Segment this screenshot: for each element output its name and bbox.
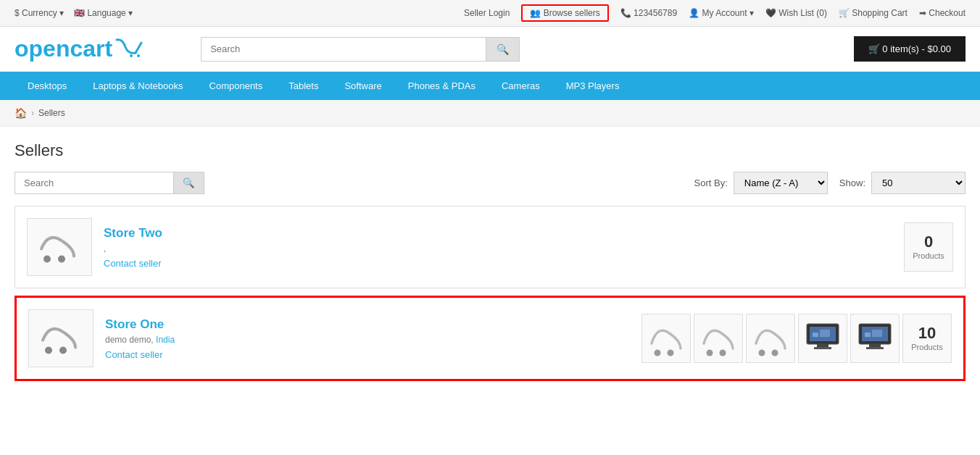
seller-products-area-store-one: 10 Products — [641, 314, 952, 363]
seller-location-link[interactable]: India — [156, 335, 175, 345]
toolbar-right: Sort By: Name (Z - A) Show: 50 — [694, 172, 966, 194]
browse-sellers-button[interactable]: 👥 Browse sellers — [521, 4, 608, 22]
nav-laptops[interactable]: Laptops & Notebooks — [80, 72, 196, 100]
top-bar: $ Currency ▾ 🇬🇧 Language ▾ Seller Login … — [0, 0, 980, 27]
nav-software[interactable]: Software — [331, 72, 394, 100]
breadcrumb-sellers: Sellers — [38, 108, 65, 118]
svg-point-9 — [707, 350, 713, 356]
sellers-search-button[interactable]: 🔍 — [174, 172, 204, 194]
currency-label: Currency — [22, 8, 57, 18]
seller-logo-store-two — [27, 218, 92, 276]
search-button[interactable]: 🔍 — [486, 37, 520, 62]
checkout-label: Checkout — [929, 8, 966, 18]
seller-meta-store-two: , — [104, 243, 892, 254]
phone-number: 📞 123456789 — [620, 8, 677, 18]
page-title: Sellers — [14, 141, 966, 160]
svg-point-2 — [137, 54, 140, 57]
nav-desktops[interactable]: Desktops — [14, 72, 80, 100]
logo-cart-icon — [115, 37, 143, 62]
svg-rect-21 — [869, 344, 881, 347]
seller-row-store-one: Store One demo demo, India Contact selle… — [14, 296, 966, 381]
seller-info-store-two: Store Two , Contact seller — [104, 226, 892, 269]
top-bar-right: Seller Login 👥 Browse sellers 📞 12345678… — [464, 4, 966, 22]
checkout-link[interactable]: ➡ Checkout — [919, 8, 966, 18]
svg-rect-22 — [866, 347, 884, 349]
header: opencart 🔍 🛒 0 item(s) - $0.00 — [0, 27, 980, 72]
currency-selector[interactable]: $ Currency ▾ — [14, 8, 64, 18]
product-thumb-1[interactable] — [641, 314, 691, 363]
products-count-store-one: 10 Products — [902, 314, 952, 363]
svg-point-12 — [772, 350, 778, 356]
contact-seller-store-two[interactable]: Contact seller — [104, 258, 161, 269]
sort-group: Sort By: Name (Z - A) — [694, 172, 828, 194]
show-group: Show: 50 — [839, 172, 966, 194]
show-select[interactable]: 50 — [871, 172, 966, 194]
product-thumb-3[interactable] — [746, 314, 795, 363]
wish-list-label: Wish List (0) — [778, 8, 827, 18]
svg-rect-24 — [872, 330, 882, 337]
product-thumb-2[interactable] — [694, 314, 743, 363]
shopping-cart-link[interactable]: 🛒 Shopping Cart — [839, 8, 908, 18]
show-label: Show: — [839, 178, 865, 188]
nav-cameras[interactable]: Cameras — [489, 72, 553, 100]
products-count-number-store-one: 10 — [918, 325, 936, 341]
nav-components[interactable]: Components — [196, 72, 276, 100]
svg-rect-23 — [865, 333, 871, 337]
search-input[interactable] — [201, 37, 486, 62]
svg-point-1 — [130, 54, 133, 57]
svg-point-5 — [45, 347, 52, 354]
browse-sellers-label: Browse sellers — [544, 8, 600, 18]
breadcrumb: 🏠 › Sellers — [0, 100, 980, 127]
svg-rect-18 — [820, 330, 830, 337]
svg-point-10 — [720, 350, 726, 356]
products-count-label-store-one: Products — [911, 343, 942, 351]
svg-line-0 — [136, 43, 141, 53]
seller-row-store-two: Store Two , Contact seller 0 Products — [14, 206, 966, 288]
sellers-toolbar: 🔍 Sort By: Name (Z - A) Show: 50 — [14, 172, 966, 194]
toolbar-left: 🔍 — [14, 172, 204, 194]
main-content: Sellers 🔍 Sort By: Name (Z - A) Show: 50 — [0, 127, 980, 403]
logo[interactable]: opencart — [14, 36, 143, 62]
nav-phones[interactable]: Phones & PDAs — [395, 72, 489, 100]
seller-login-link[interactable]: Seller Login — [464, 8, 510, 18]
svg-point-6 — [59, 347, 67, 354]
seller-meta-store-one: demo demo, India — [105, 335, 630, 345]
svg-point-11 — [759, 350, 765, 356]
seller-info-store-one: Store One demo demo, India Contact selle… — [105, 317, 630, 360]
my-account-link[interactable]: 👤 My Account ▾ — [689, 8, 754, 18]
svg-point-7 — [655, 350, 661, 356]
products-count-label-store-two: Products — [913, 251, 944, 260]
products-count-store-two: 0 Products — [904, 222, 953, 272]
product-thumb-5[interactable] — [850, 314, 900, 363]
product-thumb-4[interactable] — [798, 314, 847, 363]
seller-logo-store-one — [28, 309, 94, 367]
cart-label: 0 item(s) - $0.00 — [882, 43, 951, 54]
svg-point-8 — [668, 350, 674, 356]
seller-name-store-two[interactable]: Store Two — [104, 226, 892, 241]
svg-rect-15 — [817, 344, 829, 347]
logo-text: opencart — [14, 36, 112, 62]
wish-list-link[interactable]: 🖤 Wish List (0) — [765, 8, 827, 18]
cart-button[interactable]: 🛒 0 item(s) - $0.00 — [854, 36, 966, 62]
main-nav: Desktops Laptops & Notebooks Components … — [0, 72, 980, 100]
nav-tablets[interactable]: Tablets — [275, 72, 331, 100]
svg-rect-17 — [813, 333, 818, 337]
products-count-number-store-two: 0 — [924, 234, 933, 250]
svg-point-4 — [58, 256, 65, 263]
sellers-search-input[interactable] — [14, 172, 174, 194]
sort-by-label: Sort By: — [694, 178, 728, 188]
search-container: 🔍 — [201, 37, 520, 62]
shopping-cart-label: Shopping Cart — [852, 8, 908, 18]
my-account-label: My Account — [702, 8, 747, 18]
sort-select[interactable]: Name (Z - A) — [734, 172, 828, 194]
language-label: Language — [87, 8, 125, 18]
language-selector[interactable]: 🇬🇧 Language ▾ — [74, 8, 133, 18]
seller-name-store-one[interactable]: Store One — [105, 317, 630, 332]
svg-point-3 — [43, 256, 51, 263]
svg-rect-16 — [814, 347, 831, 349]
top-bar-left: $ Currency ▾ 🇬🇧 Language ▾ — [14, 8, 133, 18]
nav-mp3[interactable]: MP3 Players — [553, 72, 633, 100]
home-icon[interactable]: 🏠 — [14, 107, 27, 119]
breadcrumb-sep-1: › — [31, 108, 34, 118]
contact-seller-store-one[interactable]: Contact seller — [105, 349, 162, 360]
